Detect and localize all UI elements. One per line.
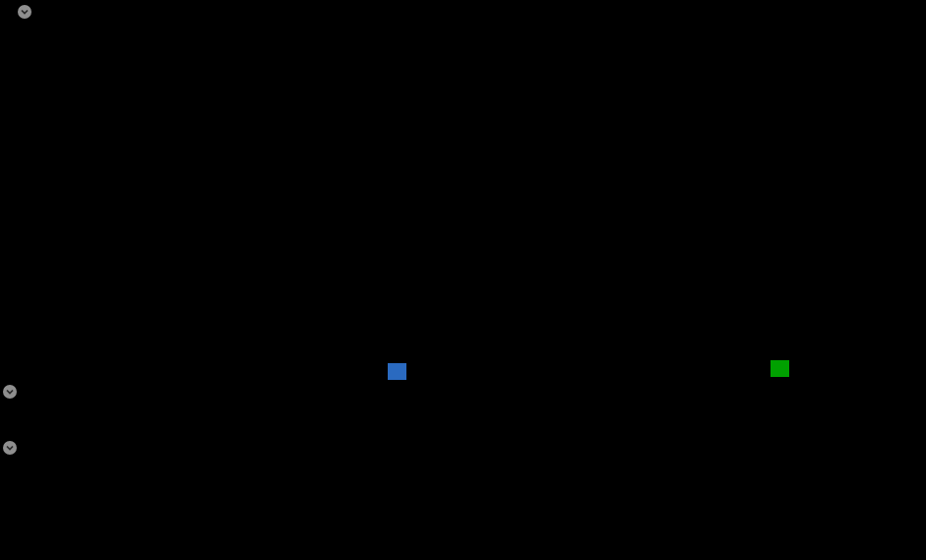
ma5-value (46, 4, 47, 19)
dif-value (42, 440, 43, 455)
macd-value (70, 440, 71, 455)
macd-header (3, 440, 71, 455)
volume-ma10-value (60, 384, 61, 399)
ma20-value (78, 4, 79, 19)
stock-chart-window (0, 0, 926, 560)
dea-value (56, 440, 57, 455)
main-chart-header (3, 4, 94, 19)
collapse-chevron-icon[interactable] (18, 5, 31, 19)
volume-value (31, 384, 31, 399)
badge-jian[interactable] (771, 360, 789, 377)
volume-header (3, 384, 61, 399)
chart-canvas[interactable] (0, 0, 926, 560)
ma60-value (93, 4, 94, 19)
collapse-chevron-icon[interactable] (3, 385, 17, 399)
collapse-chevron-icon[interactable] (3, 441, 17, 455)
volume-ma5-value (45, 384, 46, 399)
ma10-value (62, 4, 63, 19)
badge-cai[interactable] (388, 363, 406, 380)
